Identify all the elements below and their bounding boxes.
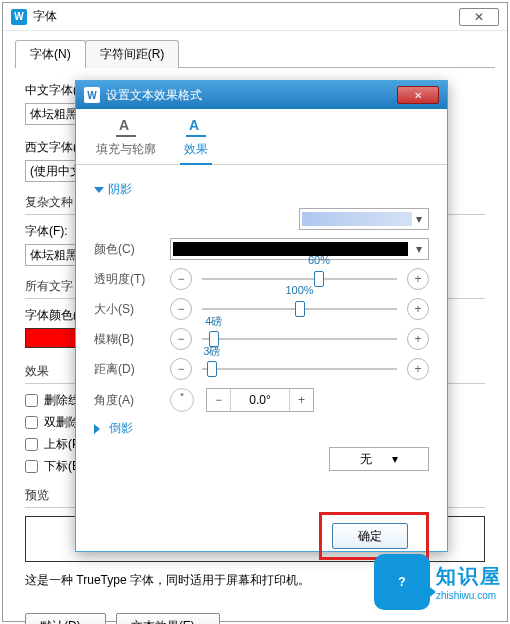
- size-slider[interactable]: 100%: [202, 298, 397, 320]
- label-angle: 角度(A): [94, 392, 164, 409]
- chevron-down-icon: ▾: [412, 242, 426, 256]
- font-dialog-title: 字体: [33, 8, 57, 25]
- label-distance: 距离(D): [94, 361, 164, 378]
- chevron-down-icon: [94, 187, 104, 193]
- blur-plus-button[interactable]: +: [407, 328, 429, 350]
- brand-url: zhishiwu.com: [436, 590, 502, 601]
- text-effect-button[interactable]: 文本效果(E)...: [116, 613, 220, 624]
- section-shadow[interactable]: 阴影: [94, 181, 429, 198]
- slider-thumb[interactable]: [207, 361, 217, 377]
- effect-icon: [186, 119, 206, 137]
- font-dialog-tabs: 字体(N) 字符间距(R): [3, 31, 507, 67]
- ok-button[interactable]: 确定: [332, 523, 408, 549]
- slider-thumb[interactable]: [295, 301, 305, 317]
- label-opacity: 透明度(T): [94, 271, 164, 288]
- tab-effect[interactable]: 效果: [184, 119, 208, 164]
- close-icon[interactable]: ✕: [459, 8, 499, 26]
- effect-tabs: 填充与轮廓 效果: [76, 109, 447, 165]
- ok-highlight: 确定: [319, 512, 429, 560]
- angle-plus-button[interactable]: +: [289, 389, 313, 411]
- fill-icon: [116, 119, 136, 137]
- angle-minus-button[interactable]: −: [207, 389, 231, 411]
- angle-spinner[interactable]: − 0.0° +: [206, 388, 314, 412]
- blur-minus-button[interactable]: −: [170, 328, 192, 350]
- angle-dial[interactable]: [170, 388, 194, 412]
- chevron-right-icon: [94, 424, 105, 434]
- label-size: 大小(S): [94, 301, 164, 318]
- tab-fill-outline[interactable]: 填充与轮廓: [96, 119, 156, 164]
- distance-plus-button[interactable]: +: [407, 358, 429, 380]
- default-button[interactable]: 默认(D)...: [25, 613, 106, 624]
- size-minus-button[interactable]: −: [170, 298, 192, 320]
- distance-slider[interactable]: 3磅: [202, 358, 397, 380]
- app-logo-icon: W: [11, 9, 27, 25]
- blur-slider[interactable]: 4磅: [202, 328, 397, 350]
- chk-subscript[interactable]: [25, 460, 38, 473]
- watermark: ? 知识屋 zhishiwu.com: [374, 554, 502, 610]
- text-effect-dialog: W 设置文本效果格式 填充与轮廓 效果 阴影 ▾ 颜色(C) ▾ 透明度(T) …: [75, 80, 448, 552]
- section-reflection[interactable]: 倒影: [94, 420, 429, 437]
- font-dialog-titlebar: W 字体 ✕: [3, 3, 507, 31]
- label-color: 颜色(C): [94, 241, 164, 258]
- chk-superscript[interactable]: [25, 438, 38, 451]
- tab-font[interactable]: 字体(N): [15, 40, 86, 68]
- distance-minus-button[interactable]: −: [170, 358, 192, 380]
- slider-thumb[interactable]: [314, 271, 324, 287]
- text-effect-titlebar: W 设置文本效果格式: [76, 81, 447, 109]
- shadow-preset-combo[interactable]: ▾: [299, 208, 429, 230]
- size-plus-button[interactable]: +: [407, 298, 429, 320]
- app-logo-icon: W: [84, 87, 100, 103]
- chevron-down-icon: ▾: [412, 212, 426, 226]
- shadow-color-combo[interactable]: ▾: [170, 238, 429, 260]
- tab-spacing[interactable]: 字符间距(R): [85, 40, 180, 68]
- opacity-minus-button[interactable]: −: [170, 268, 192, 290]
- chk-dstrike[interactable]: [25, 416, 38, 429]
- question-icon: ?: [374, 554, 430, 610]
- brand-name: 知识屋: [436, 563, 502, 590]
- angle-value: 0.0°: [231, 393, 289, 407]
- label-blur: 模糊(B): [94, 331, 164, 348]
- chk-strike[interactable]: [25, 394, 38, 407]
- text-effect-title: 设置文本效果格式: [106, 87, 202, 104]
- reflection-select[interactable]: 无▾: [329, 447, 429, 471]
- opacity-plus-button[interactable]: +: [407, 268, 429, 290]
- chevron-down-icon: ▾: [392, 452, 398, 466]
- label-font: 字体(F):: [25, 224, 68, 238]
- close-icon[interactable]: [397, 86, 439, 104]
